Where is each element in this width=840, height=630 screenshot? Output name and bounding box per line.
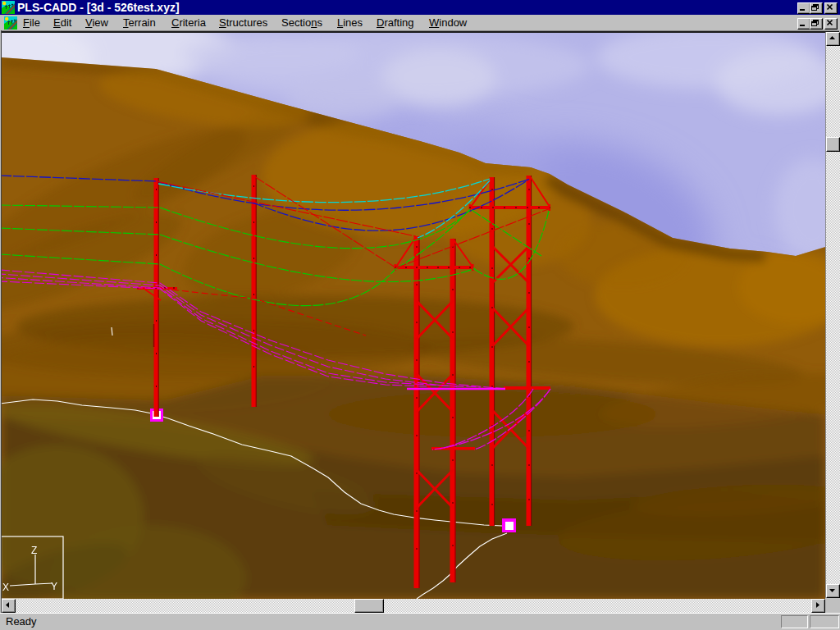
svg-text:Z: Z <box>31 545 37 556</box>
svg-text:Y: Y <box>51 581 57 592</box>
svg-text:X: X <box>2 582 9 593</box>
